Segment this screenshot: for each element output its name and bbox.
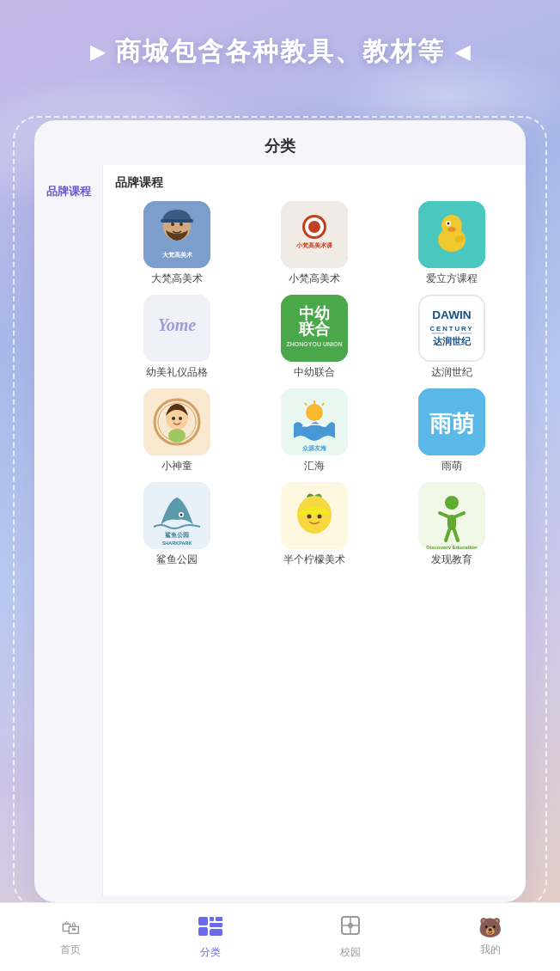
svg-text:CENTURY: CENTURY [430, 325, 474, 333]
brand-label-ailifang: 爱立方课程 [426, 272, 478, 286]
svg-text:小梵高美术课: 小梵高美术课 [295, 241, 333, 248]
svg-rect-65 [210, 923, 222, 927]
svg-rect-62 [198, 917, 208, 925]
svg-point-3 [180, 223, 183, 226]
brand-label-darun: 达润世纪 [431, 365, 472, 380]
arrow-right-icon: ◀ [455, 41, 470, 64]
svg-point-13 [441, 215, 462, 235]
nav-item-campus[interactable]: 校园 [325, 914, 376, 960]
svg-rect-66 [198, 927, 208, 936]
brand-logo-ailifang [418, 201, 485, 268]
brand-label-zhongyou: 中幼联合 [294, 365, 335, 380]
brand-item-shark[interactable]: 鲨鱼公园 SHARKPARK 鲨鱼公园 [112, 482, 242, 567]
svg-point-2 [171, 223, 174, 226]
svg-point-52 [307, 515, 312, 519]
nav-label-mine: 我的 [480, 943, 501, 957]
header-banner: ▶ 商城包含各种教具、教材等 ◀ [0, 34, 560, 70]
svg-text:Discovery Education: Discovery Education [426, 545, 478, 549]
brand-logo-youmei: Yome [143, 295, 210, 362]
brand-item-faxian[interactable]: Discovery Education 发现教育 [387, 482, 517, 567]
svg-text:SHARKPARK: SHARKPARK [162, 540, 192, 546]
brand-logo-faxian: Discovery Education [418, 482, 485, 549]
svg-text:ZHONGYOU UNION: ZHONGYOU UNION [287, 341, 343, 347]
sidebar-item-brand[interactable]: 品牌课程 [34, 175, 102, 208]
card-title: 分类 [34, 120, 526, 165]
brand-logo-dafan: 大梵高美术 [143, 201, 210, 268]
svg-rect-4 [161, 219, 193, 223]
campus-icon [339, 914, 362, 942]
brand-logo-yumeng: 雨萌 [418, 388, 485, 455]
brand-item-xiaofan[interactable]: 小梵高美术课 小梵高美术 [249, 201, 380, 286]
svg-point-47 [180, 514, 183, 516]
nav-item-mine[interactable]: 🐻 我的 [465, 917, 516, 957]
svg-point-71 [348, 923, 353, 928]
brand-label-shark: 鲨鱼公园 [156, 553, 198, 567]
brand-logo-shark: 鲨鱼公园 SHARKPARK [143, 482, 210, 549]
nav-label-home: 首页 [60, 943, 81, 957]
card-body: 品牌课程 品牌课程 [34, 165, 526, 895]
brand-logo-xiaoshentong [143, 388, 210, 455]
brand-label-faxian: 发现教育 [431, 553, 472, 567]
brand-logo-zhongyou: 中幼 联合 ZHONGYOU UNION [281, 295, 348, 362]
content-section-title: 品牌课程 [112, 175, 517, 191]
nav-item-category[interactable]: 分类 [185, 915, 236, 960]
content-area: 品牌课程 [103, 165, 526, 895]
svg-point-16 [447, 227, 456, 232]
sidebar: 品牌课程 [34, 165, 103, 895]
nav-label-campus: 校园 [340, 945, 361, 960]
bottom-navigation: 🛍 首页 分类 校园 🐻 我的 [0, 902, 560, 971]
brand-item-yumeng[interactable]: 雨萌 雨萌 [387, 388, 517, 473]
brand-label-youmei: 幼美礼仪品格 [146, 365, 208, 380]
svg-rect-58 [447, 515, 456, 530]
svg-text:中幼: 中幼 [299, 305, 330, 322]
svg-text:大梵高美术: 大梵高美术 [161, 251, 193, 258]
svg-point-35 [179, 417, 182, 420]
svg-point-34 [172, 417, 175, 420]
svg-text:达润世纪: 达润世纪 [433, 336, 472, 346]
home-icon: 🛍 [61, 917, 80, 939]
brand-item-ailifang[interactable]: 爱立方课程 [387, 201, 517, 286]
brand-logo-huihai: 众源友海 [281, 388, 348, 455]
svg-rect-63 [210, 917, 214, 921]
svg-point-38 [306, 404, 323, 421]
svg-text:鲨鱼公园: 鲨鱼公园 [165, 531, 189, 539]
brand-label-xiaoshentong: 小神童 [161, 459, 192, 473]
brand-item-huihai[interactable]: 众源友海 汇海 [249, 388, 380, 473]
svg-point-55 [445, 496, 459, 510]
brand-item-dafan[interactable]: 大梵高美术 大梵高美术 [112, 201, 242, 286]
category-icon [198, 915, 222, 942]
svg-rect-64 [216, 917, 222, 921]
brand-item-zhongyou[interactable]: 中幼 联合 ZHONGYOU UNION 中幼联合 [249, 295, 380, 380]
svg-point-53 [318, 515, 322, 519]
svg-point-9 [308, 221, 320, 233]
svg-text:DAWIN: DAWIN [432, 308, 471, 321]
banner-text: 商城包含各种教具、教材等 [115, 34, 445, 70]
brand-logo-banlemon [281, 482, 348, 549]
brand-label-xiaofan: 小梵高美术 [289, 272, 340, 286]
main-card: 分类 品牌课程 品牌课程 [34, 120, 526, 902]
brand-label-yumeng: 雨萌 [441, 459, 462, 473]
svg-text:联合: 联合 [298, 321, 331, 338]
brand-label-dafan: 大梵高美术 [151, 272, 203, 286]
brand-logo-darun: DAWIN CENTURY 达润世纪 [418, 295, 485, 362]
nav-item-home[interactable]: 🛍 首页 [45, 917, 96, 957]
arrow-left-icon: ▶ [90, 41, 105, 64]
brand-grid: 大梵高美术 大梵高美术 [112, 201, 517, 567]
brand-item-banlemon[interactable]: 半个柠檬美术 [249, 482, 380, 567]
brand-item-darun[interactable]: DAWIN CENTURY 达润世纪 达润世纪 [387, 295, 517, 380]
brand-label-banlemon: 半个柠檬美术 [283, 553, 345, 567]
svg-point-36 [168, 429, 186, 443]
nav-label-category: 分类 [200, 945, 221, 960]
brand-logo-xiaofan: 小梵高美术课 [281, 201, 348, 268]
svg-text:众源友海: 众源友海 [301, 445, 327, 451]
brand-label-huihai: 汇海 [304, 459, 325, 473]
svg-text:Yome: Yome [158, 315, 197, 334]
brand-item-xiaoshentong[interactable]: 小神童 [112, 388, 242, 473]
brand-item-youmei[interactable]: Yome 幼美礼仪品格 [112, 295, 242, 380]
mine-icon: 🐻 [478, 917, 502, 939]
svg-rect-67 [210, 929, 222, 936]
svg-text:雨萌: 雨萌 [429, 411, 475, 437]
svg-point-15 [447, 223, 450, 225]
